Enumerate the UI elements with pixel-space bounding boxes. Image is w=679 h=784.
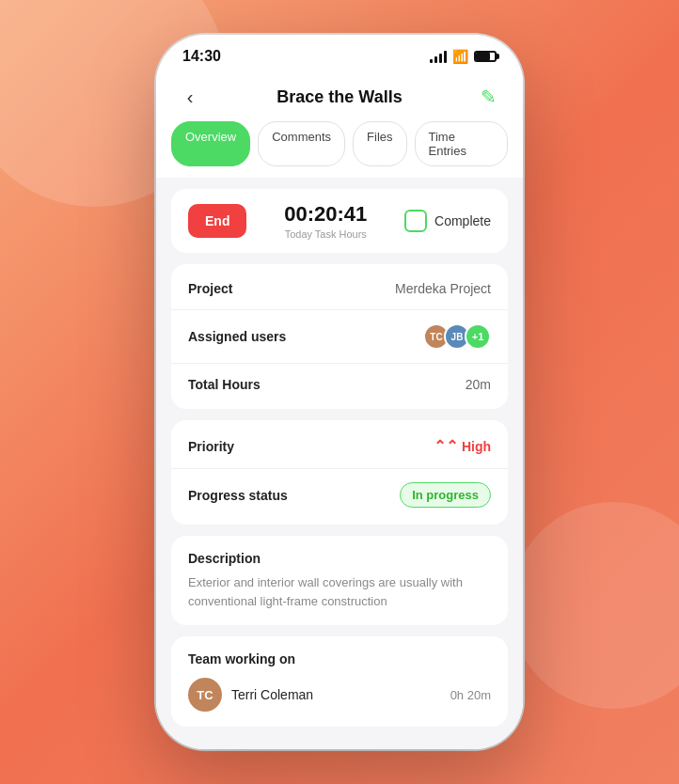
timer-display: 00:20:41 Today Task Hours (284, 202, 367, 240)
tab-files[interactable]: Files (353, 121, 406, 166)
member-avatar: TC (188, 678, 222, 712)
app-content: ‹ Brace the Walls ✎ Overview Comments Fi… (156, 71, 523, 749)
battery-fill (476, 53, 490, 60)
member-initials: TC (197, 688, 213, 702)
total-hours-value: 20m (466, 377, 491, 392)
description-card: Description Exterior and interior wall c… (171, 536, 508, 625)
status-icons: 📶 (430, 49, 497, 64)
bg-circle-2 (510, 502, 679, 709)
description-title: Description (188, 551, 491, 566)
tab-bar: Overview Comments Files Time Entries (156, 121, 523, 178)
description-text: Exterior and interior wall coverings are… (188, 573, 491, 610)
project-value: Merdeka Project (395, 281, 491, 296)
tab-comments-label: Comments (272, 130, 331, 144)
tab-files-label: Files (367, 130, 392, 144)
page-title: Brace the Walls (276, 87, 402, 107)
timer-card: End 00:20:41 Today Task Hours Complete (171, 189, 508, 253)
member-name: Terri Coleman (231, 687, 313, 702)
wifi-icon: 📶 (452, 49, 468, 64)
priority-label: Priority (188, 439, 234, 454)
team-member-row: TC Terri Coleman 0h 20m (188, 678, 491, 712)
project-row: Project Merdeka Project (171, 268, 508, 309)
info-card: Project Merdeka Project Assigned users T… (171, 264, 508, 409)
edit-icon: ✎ (481, 86, 497, 108)
timer-label: Today Task Hours (284, 228, 367, 240)
priority-card: Priority ⌃⌃ High Progress status In prog… (171, 420, 508, 525)
complete-label: Complete (434, 213, 491, 228)
scroll-body: End 00:20:41 Today Task Hours Complete P… (156, 178, 523, 749)
tab-time-entries-label: Time Entries (429, 130, 466, 158)
complete-checkbox[interactable] (404, 210, 427, 232)
battery-icon (474, 51, 497, 62)
tab-comments[interactable]: Comments (258, 121, 345, 166)
back-icon: ‹ (187, 86, 194, 108)
assigned-users-label: Assigned users (188, 329, 286, 344)
progress-row: Progress status In progress (171, 468, 508, 521)
priority-row: Priority ⌃⌃ High (171, 424, 508, 468)
edit-button[interactable]: ✎ (474, 82, 504, 112)
project-label: Project (188, 281, 232, 296)
avatars-group: TC JB +1 (423, 323, 491, 350)
progress-label: Progress status (188, 488, 288, 503)
back-button[interactable]: ‹ (175, 82, 205, 112)
tab-overview-label: Overview (185, 130, 236, 144)
end-button[interactable]: End (188, 204, 246, 238)
tab-overview[interactable]: Overview (171, 121, 250, 166)
tab-time-entries[interactable]: Time Entries (415, 121, 509, 166)
total-hours-row: Total Hours 20m (171, 363, 508, 405)
avatar-plus-label: +1 (472, 331, 484, 342)
priority-icon: ⌃⌃ (434, 437, 458, 455)
avatar-plus: +1 (465, 323, 491, 350)
phone-shell: 14:30 📶 ‹ Brace the Walls ✎ Overvie (156, 35, 523, 749)
team-card: Team working on TC Terri Coleman 0h 20m (171, 636, 508, 727)
avatar-1-initials: TC (430, 332, 442, 342)
status-bar: 14:30 📶 (156, 35, 523, 71)
priority-text: High (462, 439, 491, 454)
status-time: 14:30 (182, 48, 221, 65)
timer-time: 00:20:41 (284, 202, 367, 227)
complete-section: Complete (404, 210, 491, 232)
team-title: Team working on (188, 651, 491, 666)
member-hours: 0h 20m (450, 688, 491, 702)
assigned-users-row: Assigned users TC JB +1 (171, 309, 508, 363)
header: ‹ Brace the Walls ✎ (156, 71, 523, 121)
priority-value: ⌃⌃ High (434, 437, 491, 455)
progress-badge: In progress (400, 482, 491, 508)
member-left: TC Terri Coleman (188, 678, 313, 712)
signal-icon (430, 50, 447, 63)
avatar-2-initials: JB (451, 332, 464, 342)
total-hours-label: Total Hours (188, 377, 261, 392)
